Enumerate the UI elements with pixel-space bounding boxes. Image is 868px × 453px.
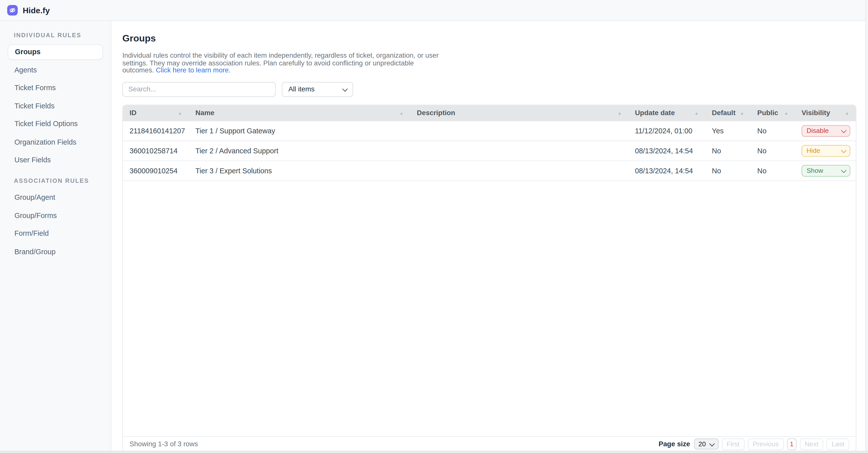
top-header: Hide.fy xyxy=(0,0,868,21)
cell-default: Yes xyxy=(705,127,751,135)
cell-public: No xyxy=(751,167,795,175)
column-header-public[interactable]: Public▲ xyxy=(751,105,795,121)
learn-more-link[interactable]: Click here to learn more. xyxy=(156,66,230,74)
sort-asc-icon: ▲ xyxy=(400,111,404,116)
cell-name: Tier 2 / Advanced Support xyxy=(189,147,410,155)
page-title: Groups xyxy=(122,33,868,44)
section-label-individual-rules: INDIVIDUAL RULES xyxy=(14,31,97,38)
table-header-row: ID▲ Name▲ Description▲ Update date▲ Defa… xyxy=(123,105,856,121)
items-filter-value: All items xyxy=(288,85,315,93)
cell-default: No xyxy=(705,167,751,175)
column-header-default[interactable]: Default▲ xyxy=(705,105,751,121)
items-filter-select[interactable]: All items xyxy=(282,82,353,97)
table-empty-space xyxy=(123,181,856,436)
cell-visibility: Disable xyxy=(795,125,856,137)
sidebar-item-brand-group[interactable]: Brand/Group xyxy=(8,244,103,260)
cell-update-date: 11/12/2024, 01:00 xyxy=(628,127,705,135)
sort-asc-icon: ▲ xyxy=(740,111,744,116)
sidebar-item-form-field[interactable]: Form/Field xyxy=(8,226,103,241)
sidebar-item-group-forms[interactable]: Group/Forms xyxy=(8,208,103,223)
column-header-description[interactable]: Description▲ xyxy=(410,105,628,121)
chevron-down-icon xyxy=(709,441,714,446)
sidebar-item-ticket-field-options[interactable]: Ticket Field Options xyxy=(8,116,103,132)
visibility-select[interactable]: Disable xyxy=(802,125,850,137)
description-line: settings. They may override association … xyxy=(122,60,868,67)
table-controls: All items xyxy=(122,82,868,97)
cell-visibility: Hide xyxy=(795,145,856,157)
visibility-select[interactable]: Show xyxy=(802,165,850,177)
sort-asc-icon: ▲ xyxy=(618,111,622,116)
scrollbar-track[interactable] xyxy=(865,0,868,453)
chevron-down-icon xyxy=(841,127,846,132)
sidebar-item-organization-fields[interactable]: Organization Fields xyxy=(8,134,103,150)
chevron-down-icon xyxy=(841,167,846,172)
eye-off-icon xyxy=(9,7,16,13)
table-row: 360009010254 Tier 3 / Expert Solutions 0… xyxy=(123,161,856,181)
cell-public: No xyxy=(751,127,795,135)
sort-asc-icon: ▲ xyxy=(694,111,699,116)
app-logo[interactable] xyxy=(7,5,18,16)
section-label-association-rules: ASSOCIATION RULES xyxy=(14,177,97,184)
sort-asc-icon: ▲ xyxy=(784,111,788,116)
column-header-visibility[interactable]: Visibility▲ xyxy=(795,105,856,121)
sidebar-item-group-agent[interactable]: Group/Agent xyxy=(8,190,103,205)
last-page-button[interactable]: Last xyxy=(827,438,849,450)
cell-default: No xyxy=(705,147,751,155)
table-row: 21184160141207 Tier 1 / Support Gateway … xyxy=(123,121,856,141)
description-line: Individual rules control the visibility … xyxy=(122,52,868,59)
chevron-down-icon xyxy=(841,147,846,152)
cell-update-date: 08/13/2024, 14:54 xyxy=(628,167,705,175)
first-page-button[interactable]: First xyxy=(722,438,745,450)
sidebar-item-groups[interactable]: Groups xyxy=(8,44,103,60)
sidebar-item-agents[interactable]: Agents xyxy=(8,62,103,78)
next-page-button[interactable]: Next xyxy=(800,438,823,450)
chevron-down-icon xyxy=(342,86,347,91)
search-input[interactable] xyxy=(122,82,276,97)
cell-id: 21184160141207 xyxy=(123,127,189,135)
sort-asc-icon: ▲ xyxy=(845,111,849,116)
pagination: Page size 20 First Previous 1 Next Last xyxy=(658,438,849,450)
bottom-edge xyxy=(0,451,868,453)
sidebar-item-ticket-forms[interactable]: Ticket Forms xyxy=(8,80,103,96)
cell-name: Tier 3 / Expert Solutions xyxy=(189,167,410,175)
table-row: 360010258714 Tier 2 / Advanced Support 0… xyxy=(123,141,856,161)
sidebar: INDIVIDUAL RULES Groups Agents Ticket Fo… xyxy=(0,21,112,451)
previous-page-button[interactable]: Previous xyxy=(748,438,784,450)
column-header-name[interactable]: Name▲ xyxy=(189,105,410,121)
cell-name: Tier 1 / Support Gateway xyxy=(189,127,410,135)
column-header-id[interactable]: ID▲ xyxy=(123,105,189,121)
page-description: Individual rules control the visibility … xyxy=(122,52,868,74)
column-header-update-date[interactable]: Update date▲ xyxy=(628,105,705,121)
description-line3-prefix: outcomes. xyxy=(122,66,156,74)
page-size-select[interactable]: 20 xyxy=(694,439,718,450)
main-content: Groups Individual rules control the visi… xyxy=(112,21,868,453)
page-size-label: Page size xyxy=(658,440,690,448)
sidebar-item-ticket-fields[interactable]: Ticket Fields xyxy=(8,98,103,114)
cell-public: No xyxy=(751,147,795,155)
cell-update-date: 08/13/2024, 14:54 xyxy=(628,147,705,155)
current-page-button[interactable]: 1 xyxy=(787,438,796,450)
table-footer: Showing 1-3 of 3 rows Page size 20 First… xyxy=(123,436,856,452)
groups-table: ID▲ Name▲ Description▲ Update date▲ Defa… xyxy=(122,104,856,452)
cell-id: 360009010254 xyxy=(123,167,189,175)
sidebar-item-user-fields[interactable]: User Fields xyxy=(8,152,103,168)
rows-summary: Showing 1-3 of 3 rows xyxy=(130,440,198,448)
app-title: Hide.fy xyxy=(23,6,50,14)
visibility-select[interactable]: Hide xyxy=(802,145,850,157)
app-root: Hide.fy INDIVIDUAL RULES Groups Agents T… xyxy=(0,0,868,453)
sort-asc-icon: ▲ xyxy=(178,111,182,116)
description-line: outcomes. Click here to learn more. xyxy=(122,67,868,75)
cell-visibility: Show xyxy=(795,165,856,177)
cell-id: 360010258714 xyxy=(123,147,189,155)
